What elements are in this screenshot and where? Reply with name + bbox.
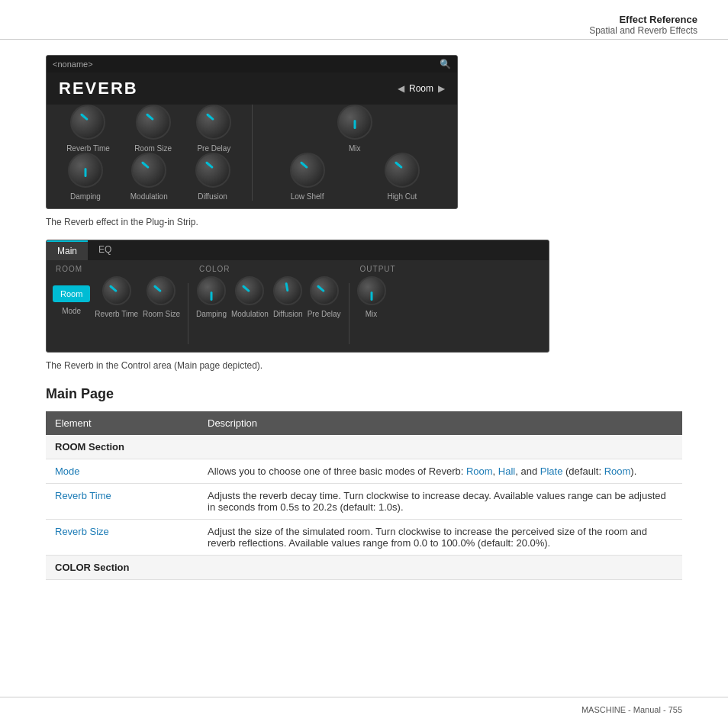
desc-cell-color <box>198 556 682 580</box>
mode-control: Room Mode <box>53 279 90 315</box>
ctrl-reverb-time: Reverb Time <box>95 276 138 318</box>
knob-low-shelf: Low Shelf <box>290 153 325 201</box>
ctrl-reverb-time-knob[interactable] <box>102 276 131 305</box>
low-shelf-knob[interactable] <box>290 153 325 188</box>
element-cell-mode: Mode <box>46 459 198 484</box>
high-cut-knob[interactable] <box>385 153 420 188</box>
search-icon: 🔍 <box>440 59 451 69</box>
high-cut-indicator <box>395 161 403 169</box>
plugin-strip-screenshot: <noname> 🔍 REVERB ◀ Room ▶ Reverb Time <box>46 55 458 209</box>
room-knobs: Room Mode Reverb Time <box>53 276 180 318</box>
room-section-label: ROOM <box>53 265 180 273</box>
ctrl-mix: Mix <box>357 276 386 318</box>
plugin-mode-label: Room <box>409 83 433 94</box>
room-size-knob[interactable] <box>136 105 171 140</box>
table-header-row: Element Description <box>46 411 682 435</box>
plugin-knobs-row2-left: Damping Modulation Diffusion <box>47 153 253 201</box>
mix-knob[interactable] <box>337 105 372 140</box>
control-color-section: COLOR Damping Modulation <box>196 265 341 318</box>
element-cell: ROOM Section <box>46 435 198 459</box>
ctrl-damping-label: Damping <box>196 310 227 318</box>
ctrl-mix-label: Mix <box>366 310 378 318</box>
knob-mix: Mix <box>337 105 372 153</box>
reverb-time-link[interactable]: Reverb Time <box>55 490 111 501</box>
knob-pre-delay: Pre Delay <box>196 105 231 153</box>
reverb-time-indicator <box>80 113 89 121</box>
ctrl-modulation-knob[interactable] <box>235 276 264 305</box>
room-default-link[interactable]: Room <box>604 465 631 477</box>
table-row: Reverb Time Adjusts the reverb decay tim… <box>46 484 682 520</box>
desc-cell <box>198 435 682 459</box>
plugin-strip-caption: The Reverb effect in the Plug-in Strip. <box>46 217 682 227</box>
pre-delay-knob[interactable] <box>196 105 231 140</box>
ctrl-diffusion-ind <box>285 282 289 292</box>
reverb-time-knob[interactable] <box>70 105 105 140</box>
damping-label: Damping <box>70 192 101 201</box>
control-area-screenshot: Main EQ ROOM Room Mode <box>46 240 549 353</box>
tab-eq[interactable]: EQ <box>88 240 122 260</box>
knob-diffusion: Diffusion <box>195 153 230 201</box>
ctrl-diffusion-knob[interactable] <box>273 276 302 305</box>
plugin-titlebar: <noname> 🔍 <box>47 56 457 72</box>
ctrl-diffusion-label: Diffusion <box>273 310 303 318</box>
table-row: COLOR Section <box>46 556 682 580</box>
ctrl-room-size-knob[interactable] <box>147 276 176 305</box>
header-subtitle: Spatial and Reverb Effects <box>31 25 697 36</box>
header-title: Effect Reference <box>31 14 697 25</box>
knob-damping: Damping <box>68 153 103 201</box>
ctrl-damping-knob[interactable] <box>197 276 226 305</box>
low-shelf-indicator <box>299 161 308 169</box>
plugin-knobs-row2-right: Low Shelf High Cut <box>253 153 458 201</box>
diffusion-knob[interactable] <box>195 153 230 188</box>
hall-link[interactable]: Hall <box>498 465 515 477</box>
desc-cell-reverb-time: Adjusts the reverb decay time. Turn cloc… <box>198 484 682 520</box>
element-cell-color: COLOR Section <box>46 556 198 580</box>
ctrl-damping-ind <box>210 292 212 301</box>
output-section-label: OUTPUT <box>357 265 399 273</box>
desc-cell-reverb-size: Adjust the size of the simulated room. T… <box>198 520 682 556</box>
mode-button[interactable]: Room <box>53 285 90 302</box>
control-output-section: OUTPUT Mix <box>357 265 399 318</box>
ctrl-modulation: Modulation <box>231 276 269 318</box>
ctrl-mix-ind <box>370 292 372 301</box>
main-page-heading: Main Page <box>46 386 682 402</box>
control-area-caption: The Reverb in the Control area (Main pag… <box>46 360 682 371</box>
modulation-knob[interactable] <box>131 153 166 188</box>
plugin-mode: ◀ Room ▶ <box>398 83 445 94</box>
color-knobs: Damping Modulation Diffusion <box>196 276 341 318</box>
ctrl-pre-delay-knob[interactable] <box>310 276 339 305</box>
ctrl-room-size-ind <box>153 285 162 292</box>
output-knobs: Mix <box>357 276 399 318</box>
control-room-section: ROOM Room Mode Reverb Time <box>53 265 180 318</box>
ctrl-damping: Damping <box>196 276 227 318</box>
reverb-size-link[interactable]: Reverb Size <box>55 526 109 537</box>
diffusion-indicator <box>205 161 213 169</box>
pre-delay-label: Pre Delay <box>197 144 230 153</box>
mode-label-ctrl: Mode <box>62 307 81 315</box>
control-tabs: Main EQ <box>47 240 549 260</box>
ctrl-diffusion: Diffusion <box>273 276 303 318</box>
damping-knob[interactable] <box>68 153 103 188</box>
mode-link[interactable]: Mode <box>55 465 80 477</box>
tab-main[interactable]: Main <box>47 240 88 260</box>
plugin-title: REVERB <box>59 79 138 98</box>
room-link[interactable]: Room <box>466 465 493 477</box>
knob-high-cut: High Cut <box>385 153 420 201</box>
reverb-time-label: Reverb Time <box>66 144 110 153</box>
col-element-header: Element <box>46 411 198 435</box>
ctrl-mix-knob[interactable] <box>357 276 386 305</box>
room-color-divider <box>188 283 188 344</box>
plate-link[interactable]: Plate <box>540 465 563 477</box>
mix-indicator <box>353 120 356 129</box>
footer-right: MASCHINE - Manual - 755 <box>581 705 682 714</box>
diffusion-label: Diffusion <box>198 192 227 201</box>
table-row: Reverb Size Adjust the size of the simul… <box>46 520 682 556</box>
knob-reverb-time: Reverb Time <box>66 105 110 153</box>
room-size-indicator <box>145 113 153 121</box>
ctrl-room-size-label: Room Size <box>143 310 180 318</box>
control-sections: ROOM Room Mode Reverb Time <box>47 260 549 352</box>
knob-modulation: Modulation <box>130 153 168 201</box>
ctrl-pre-delay-ind <box>316 285 324 292</box>
ctrl-modulation-ind <box>242 285 250 292</box>
ctrl-modulation-label: Modulation <box>231 310 269 318</box>
